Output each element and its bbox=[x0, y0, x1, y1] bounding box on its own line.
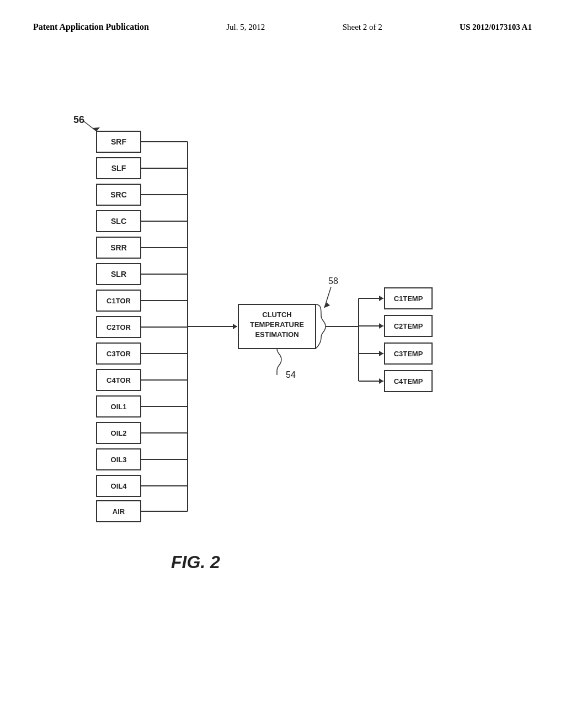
svg-text:OIL4: OIL4 bbox=[111, 482, 127, 490]
patent-label: US 2012/0173103 A1 bbox=[460, 23, 532, 32]
svg-text:C4TOR: C4TOR bbox=[106, 376, 131, 384]
diagram-svg: 56 SRF SLF SRC SLC SRR SLR C1TOR C2TOR C… bbox=[0, 66, 565, 706]
svg-text:C3TEMP: C3TEMP bbox=[394, 350, 423, 358]
svg-text:C2TOR: C2TOR bbox=[106, 323, 131, 331]
svg-text:SRF: SRF bbox=[111, 137, 126, 146]
svg-text:SLF: SLF bbox=[111, 164, 126, 173]
svg-marker-54 bbox=[379, 378, 383, 384]
svg-text:AIR: AIR bbox=[113, 507, 125, 516]
svg-text:SLC: SLC bbox=[111, 217, 126, 226]
svg-text:OIL1: OIL1 bbox=[111, 403, 127, 411]
page-header: Patent Application Publication Jul. 5, 2… bbox=[0, 22, 565, 32]
svg-marker-35 bbox=[233, 324, 237, 329]
svg-line-0 bbox=[84, 121, 97, 131]
svg-text:C2TEMP: C2TEMP bbox=[394, 322, 423, 330]
svg-text:ESTIMATION: ESTIMATION bbox=[255, 330, 299, 339]
sheet-label: Sheet 2 of 2 bbox=[343, 23, 382, 32]
svg-text:C1TOR: C1TOR bbox=[106, 297, 131, 305]
svg-text:C3TOR: C3TOR bbox=[106, 350, 131, 358]
date-label: Jul. 5, 2012 bbox=[226, 23, 265, 32]
svg-text:C1TEMP: C1TEMP bbox=[394, 295, 423, 303]
svg-text:C4TEMP: C4TEMP bbox=[394, 377, 423, 386]
label-58: 58 bbox=[328, 276, 338, 286]
publication-label: Patent Application Publication bbox=[33, 22, 149, 32]
svg-text:SLR: SLR bbox=[111, 270, 126, 279]
fig-label: FIG. 2 bbox=[171, 552, 220, 572]
svg-text:OIL2: OIL2 bbox=[111, 429, 127, 437]
svg-text:CLUTCH: CLUTCH bbox=[262, 311, 291, 319]
svg-marker-48 bbox=[379, 323, 383, 329]
svg-text:TEMPERATURE: TEMPERATURE bbox=[250, 320, 304, 329]
label-56: 56 bbox=[73, 114, 84, 125]
svg-text:SRR: SRR bbox=[110, 243, 127, 252]
svg-text:OIL3: OIL3 bbox=[111, 456, 127, 464]
label-54: 54 bbox=[286, 370, 296, 379]
svg-text:SRC: SRC bbox=[110, 190, 127, 199]
svg-marker-51 bbox=[379, 351, 383, 356]
svg-marker-45 bbox=[379, 296, 383, 301]
